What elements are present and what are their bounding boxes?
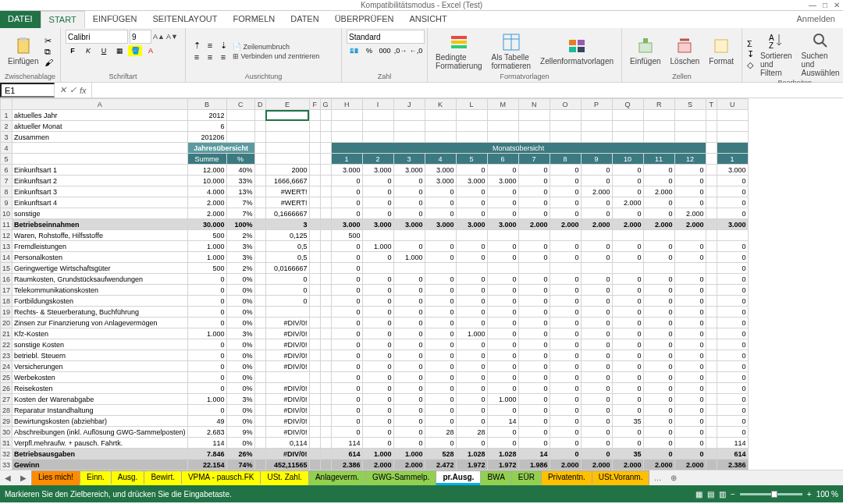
cell[interactable]: 0 bbox=[456, 208, 487, 219]
cell[interactable]: sonstige Kosten bbox=[12, 339, 188, 350]
cell[interactable]: 0 bbox=[581, 350, 612, 361]
cell[interactable]: 0 bbox=[581, 274, 612, 285]
cell[interactable]: 2.000 bbox=[643, 219, 674, 230]
cell[interactable] bbox=[706, 252, 717, 263]
col-header[interactable]: N bbox=[518, 99, 550, 110]
cell[interactable]: 0 bbox=[674, 186, 706, 197]
cell[interactable]: 3.000 bbox=[362, 219, 393, 230]
cell[interactable]: 0 bbox=[581, 197, 612, 208]
cell[interactable]: 74% bbox=[226, 460, 254, 470]
cancel-formula-icon[interactable]: ✕ bbox=[59, 85, 66, 95]
cell[interactable]: 2.000 bbox=[187, 197, 226, 208]
cell[interactable] bbox=[320, 438, 331, 449]
cell[interactable]: 0 bbox=[331, 372, 362, 383]
cell[interactable]: 0 bbox=[425, 438, 456, 449]
cell[interactable] bbox=[612, 110, 643, 121]
cell[interactable]: Betriebsausgaben bbox=[12, 449, 188, 460]
cell[interactable]: 0 bbox=[425, 186, 456, 197]
zoom-out-icon[interactable]: − bbox=[731, 490, 735, 499]
merge-center-button[interactable]: ⊞ Verbinden und zentrieren bbox=[233, 52, 319, 60]
cell[interactable]: 1.000 bbox=[187, 394, 226, 405]
cell[interactable]: 3.000 bbox=[331, 165, 362, 176]
cell[interactable]: 0 bbox=[550, 296, 581, 307]
cell[interactable] bbox=[320, 143, 331, 154]
cell[interactable]: 1.000 bbox=[187, 252, 226, 263]
col-header[interactable]: E bbox=[265, 99, 309, 110]
cell[interactable] bbox=[581, 110, 612, 121]
cell[interactable]: 0 bbox=[393, 176, 425, 186]
cell[interactable] bbox=[254, 143, 265, 154]
cell[interactable] bbox=[309, 165, 320, 176]
cell[interactable]: 0 bbox=[581, 165, 612, 176]
cell[interactable]: 0 bbox=[393, 318, 425, 328]
col-header[interactable]: U bbox=[717, 99, 748, 110]
cell[interactable]: 0 bbox=[717, 307, 748, 318]
cell[interactable]: 0 bbox=[393, 339, 425, 350]
cell[interactable]: 0% bbox=[226, 318, 254, 328]
cell[interactable]: 0 bbox=[643, 274, 674, 285]
cell[interactable]: 0 bbox=[612, 427, 643, 438]
cell[interactable]: 0% bbox=[226, 285, 254, 296]
cell[interactable]: Summe bbox=[187, 154, 226, 165]
cell[interactable]: 0 bbox=[487, 307, 518, 318]
close-icon[interactable]: ✕ bbox=[834, 1, 840, 9]
cell[interactable]: 0 bbox=[518, 186, 550, 197]
cell[interactable]: 14 bbox=[518, 449, 550, 460]
cell[interactable]: 3.000 bbox=[425, 219, 456, 230]
cell[interactable] bbox=[456, 132, 487, 143]
cell[interactable]: 0 bbox=[674, 274, 706, 285]
cell[interactable] bbox=[254, 438, 265, 449]
cell[interactable]: 2.000 bbox=[581, 219, 612, 230]
cell[interactable]: 0 bbox=[331, 285, 362, 296]
cell[interactable] bbox=[706, 449, 717, 460]
cell[interactable] bbox=[706, 318, 717, 328]
cell[interactable]: 7 bbox=[518, 154, 550, 165]
cell[interactable] bbox=[320, 394, 331, 405]
cell[interactable] bbox=[309, 176, 320, 186]
cell[interactable]: 0 bbox=[550, 176, 581, 186]
cell[interactable] bbox=[706, 460, 717, 470]
cell[interactable]: 2.000 bbox=[612, 460, 643, 470]
cell[interactable]: 28 bbox=[425, 427, 456, 438]
autosum-icon[interactable]: Σ bbox=[747, 39, 754, 48]
cell[interactable]: 0 bbox=[550, 165, 581, 176]
cell[interactable]: 0 bbox=[456, 405, 487, 416]
cell[interactable]: 201206 bbox=[187, 132, 226, 143]
cell[interactable] bbox=[425, 230, 456, 241]
cell[interactable]: 0 bbox=[362, 416, 393, 427]
cell[interactable] bbox=[309, 361, 320, 372]
cell[interactable]: 0 bbox=[643, 438, 674, 449]
cell[interactable]: 0 bbox=[331, 328, 362, 339]
row-header[interactable]: 25 bbox=[1, 372, 12, 383]
cell[interactable] bbox=[309, 318, 320, 328]
cell[interactable]: 3.000 bbox=[425, 165, 456, 176]
col-header[interactable]: K bbox=[425, 99, 456, 110]
cell[interactable]: 2.000 bbox=[643, 460, 674, 470]
cell[interactable]: #DIV/0! bbox=[265, 328, 309, 339]
cell[interactable]: 12.000 bbox=[187, 165, 226, 176]
cell[interactable]: 0 bbox=[612, 285, 643, 296]
decimal-inc-icon[interactable]: ,0→ bbox=[393, 45, 407, 56]
cell[interactable] bbox=[320, 252, 331, 263]
cell[interactable]: 0% bbox=[226, 416, 254, 427]
cell[interactable]: 0 bbox=[425, 197, 456, 208]
cell[interactable]: 0 bbox=[550, 274, 581, 285]
cell[interactable]: 0 bbox=[550, 438, 581, 449]
cell[interactable] bbox=[612, 230, 643, 241]
cell[interactable]: 0 bbox=[331, 405, 362, 416]
cell[interactable]: 6 bbox=[487, 154, 518, 165]
cell[interactable]: 0 bbox=[362, 350, 393, 361]
cell[interactable]: 0 bbox=[612, 296, 643, 307]
cell[interactable] bbox=[320, 154, 331, 165]
cell[interactable]: 0 bbox=[612, 241, 643, 252]
cell[interactable]: 0 bbox=[643, 339, 674, 350]
cell[interactable]: Einkunftsart 2 bbox=[12, 176, 188, 186]
cell[interactable] bbox=[254, 372, 265, 383]
cell[interactable]: 0 bbox=[518, 405, 550, 416]
cell[interactable]: #DIV/0! bbox=[265, 339, 309, 350]
cell[interactable]: 2.000 bbox=[393, 460, 425, 470]
cell[interactable]: 0 bbox=[456, 416, 487, 427]
sheet-nav-next-icon[interactable]: ▶ bbox=[16, 474, 31, 482]
cell[interactable]: 0 bbox=[425, 296, 456, 307]
cell[interactable]: 3.000 bbox=[331, 219, 362, 230]
